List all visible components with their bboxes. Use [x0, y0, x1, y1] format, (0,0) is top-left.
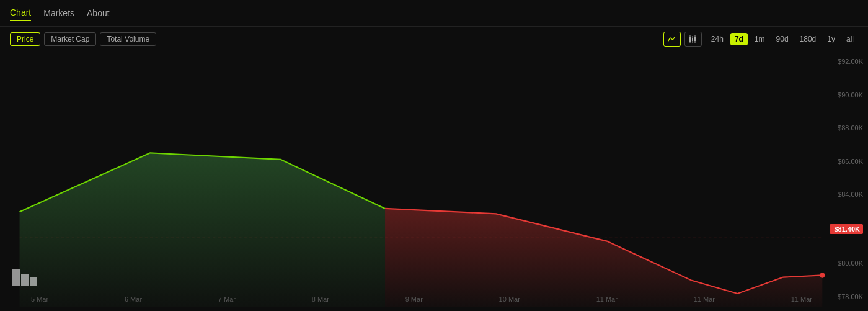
time-24h[interactable]: 24h — [707, 33, 728, 45]
tab-about[interactable]: About — [87, 6, 110, 20]
tab-markets[interactable]: Markets — [43, 6, 74, 20]
chart-type-buttons — [663, 32, 702, 47]
tradingview-logo — [12, 269, 37, 289]
svg-rect-16 — [30, 277, 37, 286]
candlestick-button[interactable] — [684, 32, 702, 47]
type-buttons: Price Market Cap Total Volume — [10, 32, 658, 46]
time-1y[interactable]: 1y — [823, 33, 839, 45]
chart-area: $92.00K $90.00K $88.00K $86.00K $84.00K … — [0, 52, 868, 307]
time-180d[interactable]: 180d — [795, 33, 821, 45]
x-label-7: 11 Mar — [694, 295, 715, 303]
x-label-0: 5 Mar — [31, 295, 48, 303]
x-label-2: 7 Mar — [218, 295, 236, 303]
time-all[interactable]: all — [842, 33, 858, 45]
time-90d[interactable]: 90d — [772, 33, 793, 45]
line-chart-button[interactable] — [663, 32, 681, 47]
svg-point-13 — [820, 273, 825, 277]
time-buttons: 24h 7d 1m 90d 180d 1y all — [707, 33, 858, 45]
svg-rect-7 — [694, 37, 696, 41]
svg-rect-0 — [675, 35, 676, 43]
time-1m[interactable]: 1m — [750, 33, 769, 45]
time-7d[interactable]: 7d — [730, 33, 748, 45]
svg-rect-15 — [21, 274, 29, 286]
tab-chart[interactable]: Chart — [10, 5, 31, 21]
svg-marker-11 — [20, 153, 385, 307]
x-label-6: 11 Mar — [596, 295, 618, 303]
total-volume-button[interactable]: Total Volume — [100, 32, 156, 46]
x-label-1: 6 Mar — [125, 295, 142, 303]
chart-svg — [0, 52, 868, 307]
x-label-8: 11 Mar — [791, 295, 812, 303]
svg-rect-1 — [689, 37, 691, 42]
x-axis: 5 Mar 6 Mar 7 Mar 8 Mar 9 Mar 10 Mar 11 … — [0, 292, 825, 307]
svg-rect-14 — [12, 269, 20, 286]
svg-rect-4 — [692, 38, 693, 41]
market-cap-button[interactable]: Market Cap — [44, 32, 96, 46]
x-label-4: 9 Mar — [405, 295, 423, 303]
x-label-5: 10 Mar — [499, 295, 520, 303]
x-label-3: 8 Mar — [312, 295, 329, 303]
toolbar: Price Market Cap Total Volume 24h 7d 1m … — [0, 27, 868, 52]
nav-header: Chart Markets About — [0, 0, 868, 27]
price-button[interactable]: Price — [10, 32, 40, 46]
